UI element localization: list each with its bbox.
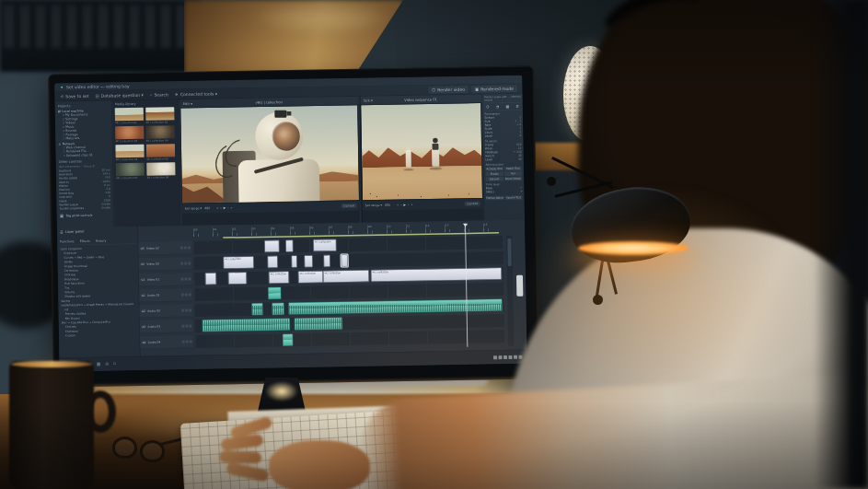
track-visibility-icon[interactable] [184,277,187,280]
track-lock-icon[interactable] [180,277,183,280]
panel-button[interactable]: Startup Object [486,196,503,201]
range-dropdown[interactable]: Set range ▾ [185,206,203,210]
timeline-clip[interactable] [288,299,502,315]
track-height-slider[interactable] [516,275,523,297]
media-thumbnail[interactable]: 4K | collection 04 [146,125,175,142]
timeline-tab[interactable]: Functions [60,239,75,243]
panel-button[interactable]: Match Trial [504,167,522,171]
track-lock-icon[interactable] [181,293,184,296]
transport-button[interactable]: › [227,206,228,210]
timeline-clip[interactable] [203,319,290,332]
track-mute-icon[interactable] [190,340,192,343]
transport-button[interactable]: » [230,206,232,210]
timeline-clip[interactable] [324,255,330,267]
source-menu[interactable]: Edit ▾ [183,101,192,106]
toolbar-item[interactable]: ▤Database question ▾ [96,92,144,98]
mini-button[interactable] [514,355,517,359]
timeline-tab[interactable]: History [96,239,107,243]
track-header[interactable]: V3 Video 03 [138,241,191,255]
settings-tab[interactable]: ≡ [515,104,518,109]
settings-row[interactable]: Level4 [485,134,522,138]
timeline-clip[interactable]: 4K | collection [371,268,502,282]
timeline-scrollbar[interactable] [506,236,514,346]
settings-row[interactable]: Select▾ [486,190,523,194]
timeline-clip[interactable]: 4K | collection [269,272,289,284]
track-visibility-icon[interactable] [186,340,189,343]
status-icon[interactable]: ▦ [97,362,100,367]
timeline-clip[interactable]: 4K | collection [313,239,336,251]
panel-button[interactable]: Activate Trial [485,167,503,171]
transport-button[interactable]: « [397,204,399,207]
track-mute-icon[interactable] [188,262,191,264]
timeline-tab[interactable]: Effects [80,239,90,243]
track-lock-icon[interactable] [182,340,185,343]
source-video-frame[interactable] [180,105,360,204]
mini-button[interactable] [493,355,497,359]
transport-button[interactable]: ‹ [220,206,221,210]
settings-row[interactable]: Level48 [485,157,522,162]
track-visibility-icon[interactable] [185,293,188,296]
track-lock-icon[interactable] [180,262,183,264]
project-tree-item[interactable]: Uploaded clips 01 [59,153,110,157]
track-mute-icon[interactable] [189,309,191,311]
track-mute-icon[interactable] [188,246,191,249]
media-thumbnail[interactable]: 4K | collection 08 [146,162,175,179]
toolbar-action-button[interactable]: ⬡Render video [429,86,469,93]
mini-button[interactable] [508,355,512,359]
project-tree-item[interactable]: Materials [58,135,110,140]
toolbar-item[interactable]: ❖Connected tools ▾ [175,91,217,97]
timeline-clip[interactable] [292,255,297,267]
panel-button[interactable]: Reset Switch [504,177,522,181]
current-button[interactable]: Current [341,204,356,208]
media-thumbnail[interactable]: 4K | collection 02 [145,107,174,123]
program-menu[interactable]: Talk ▾ [364,99,373,103]
transport-button[interactable]: ▶ [404,203,407,206]
track-header[interactable]: V2 Video 02 [139,257,192,271]
track-mute-icon[interactable] [189,324,191,327]
track-mute-icon[interactable] [188,277,191,280]
toolbar-item[interactable]: ⟲Save to set [60,93,88,99]
timeline-clip[interactable] [285,240,293,252]
media-thumbnail[interactable]: 4K | collection 07 [116,163,145,180]
settings-tab[interactable]: ⛭ [486,105,489,110]
timeline-clip[interactable] [295,318,342,331]
track-visibility-icon[interactable] [185,309,188,311]
timeline-clip[interactable] [305,255,313,267]
toolbar-item[interactable]: ⌕Search [150,92,168,98]
track-lock-icon[interactable] [181,324,184,327]
tag-controls-row[interactable]: ▣ Tag artist controls [60,213,111,218]
status-icon[interactable]: ◎ [105,362,109,367]
timeline-clip[interactable] [268,256,278,268]
mini-button[interactable] [503,355,507,359]
media-thumbnail[interactable]: 4K | collection 01 [115,108,144,124]
timeline-clip[interactable]: 4K | collection [298,271,323,283]
timeline-clip[interactable] [251,303,262,315]
timeline-clip[interactable] [283,334,293,346]
transport-button[interactable]: « [216,206,218,210]
timeline-clip[interactable]: 4K | collection [224,256,254,269]
transport-button[interactable]: › [408,203,409,206]
track-lock-icon[interactable] [181,309,184,311]
scrollbar-thumb[interactable] [507,239,512,266]
transport-button[interactable]: ‹ [400,203,401,206]
track-mute-icon[interactable] [189,293,191,296]
track-header[interactable]: V1 Video 01 [139,273,192,286]
timeline-clip[interactable] [205,273,216,285]
media-thumbnail[interactable]: 4K | collection 06 [146,144,175,160]
timeline-clip[interactable] [272,303,284,315]
transport-button[interactable]: ▶ [224,206,226,210]
track-visibility-icon[interactable] [184,262,187,264]
panel-button[interactable]: Full [504,171,522,176]
timeline-clip[interactable] [268,287,281,299]
transport-button[interactable]: » [411,203,412,206]
parameter-row[interactable]: System propertiesEnable [60,205,111,210]
settings-tab[interactable]: ▦ [505,104,509,109]
timeline-clip[interactable] [264,240,279,252]
track-header[interactable]: A3 Audio 03 [140,320,193,333]
timeline-clip[interactable] [341,254,348,266]
range-dropdown[interactable]: Set range ▾ [365,204,383,207]
program-video-frame[interactable] [361,102,483,200]
mini-button[interactable] [498,355,502,359]
track-visibility-icon[interactable] [185,324,188,327]
track-lock-icon[interactable] [180,246,183,249]
